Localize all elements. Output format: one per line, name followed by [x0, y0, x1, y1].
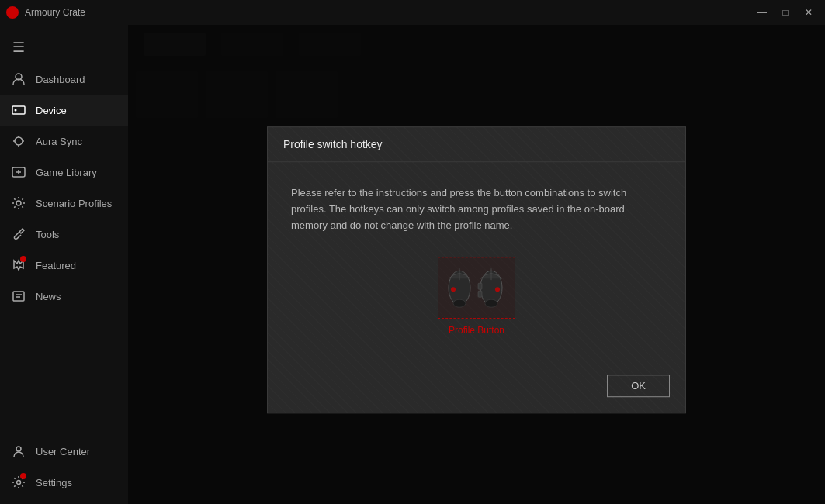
sidebar-item-featured[interactable]: Featured [0, 250, 128, 281]
settings-badge [20, 473, 26, 479]
sidebar-item-dashboard[interactable]: Dashboard [0, 64, 128, 95]
scenario-profiles-icon [11, 195, 26, 211]
user-center-label: User Center [36, 446, 90, 457]
svg-rect-1 [12, 106, 25, 114]
device-label: Device [36, 105, 67, 116]
user-center-icon [11, 444, 26, 459]
ok-button[interactable]: OK [607, 375, 670, 398]
svg-point-7 [16, 201, 21, 205]
settings-label: Settings [36, 477, 72, 488]
modal-title: Profile switch hotkey [268, 127, 685, 162]
svg-point-3 [15, 137, 23, 145]
svg-point-15 [451, 288, 456, 292]
svg-rect-22 [478, 292, 482, 298]
mouse-image-container: Profile Button [291, 257, 662, 337]
tools-label: Tools [36, 229, 59, 240]
featured-badge [20, 256, 26, 262]
svg-rect-8 [13, 292, 24, 301]
news-label: News [36, 291, 61, 302]
app-icon [6, 6, 19, 19]
featured-label: Featured [36, 260, 76, 271]
svg-point-19 [495, 288, 500, 292]
aura-sync-label: Aura Sync [36, 136, 82, 147]
svg-point-11 [16, 447, 21, 451]
dashboard-label: Dashboard [36, 74, 85, 85]
aura-sync-icon [11, 133, 26, 149]
profile-button-label: Profile Button [449, 326, 504, 337]
mice-illustration [442, 261, 511, 316]
svg-point-20 [485, 300, 497, 308]
sidebar-item-game-library[interactable]: Game Library [0, 157, 128, 188]
sidebar-item-aura-sync[interactable]: Aura Sync [0, 126, 128, 157]
modal-description: Please refer to the instructions and pre… [291, 185, 662, 233]
sidebar-item-news[interactable]: News [0, 281, 128, 312]
window-controls: — □ ✕ [752, 5, 819, 20]
titlebar: Armoury Crate — □ ✕ [0, 0, 825, 25]
hamburger-button[interactable]: ☰ [0, 31, 128, 64]
maximize-button[interactable]: □ [775, 5, 796, 20]
titlebar-left: Armoury Crate [6, 6, 85, 19]
game-library-label: Game Library [36, 167, 97, 178]
app-title: Armoury Crate [25, 7, 85, 18]
device-icon [11, 102, 26, 118]
sidebar-top: ☰ Dashboard Device [0, 31, 128, 312]
sidebar-item-tools[interactable]: Tools [0, 219, 128, 250]
svg-point-16 [453, 300, 466, 308]
svg-point-12 [17, 481, 21, 485]
scenario-profiles-label: Scenario Profiles [36, 198, 112, 209]
sidebar-bottom: User Center Settings [0, 436, 128, 498]
content-area: Profile switch hotkey Please refer to th… [128, 25, 825, 504]
main-layout: ☰ Dashboard Device [0, 25, 825, 504]
mouse-image-box [438, 257, 515, 319]
sidebar-item-user-center[interactable]: User Center [0, 436, 128, 467]
news-icon [11, 288, 26, 304]
tools-icon [11, 226, 26, 242]
svg-rect-21 [478, 284, 482, 290]
profile-switch-modal: Profile switch hotkey Please refer to th… [267, 126, 686, 413]
sidebar: ☰ Dashboard Device [0, 25, 128, 504]
modal-body: Please refer to the instructions and pre… [268, 162, 685, 367]
close-button[interactable]: ✕ [799, 5, 819, 20]
game-library-icon [11, 164, 26, 180]
modal-footer: OK [268, 368, 685, 413]
svg-point-2 [15, 109, 17, 112]
dashboard-icon [11, 71, 26, 87]
minimize-button[interactable]: — [752, 5, 772, 20]
sidebar-item-device[interactable]: Device [0, 95, 128, 126]
sidebar-item-settings[interactable]: Settings [0, 467, 128, 498]
sidebar-item-scenario-profiles[interactable]: Scenario Profiles [0, 188, 128, 219]
